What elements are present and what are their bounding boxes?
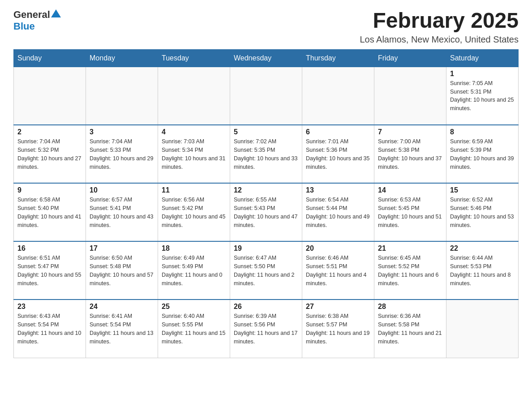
calendar-cell: 10Sunrise: 6:57 AMSunset: 5:41 PMDayligh… [86, 183, 158, 241]
header-row: SundayMondayTuesdayWednesdayThursdayFrid… [14, 49, 519, 67]
day-number: 15 [450, 186, 515, 194]
calendar-cell: 20Sunrise: 6:46 AMSunset: 5:51 PMDayligh… [302, 241, 374, 300]
day-number: 12 [234, 186, 298, 194]
calendar-week-3: 9Sunrise: 6:58 AMSunset: 5:40 PMDaylight… [14, 183, 519, 241]
logo-general: General [13, 9, 50, 21]
day-header-saturday: Saturday [446, 49, 519, 67]
day-header-sunday: Sunday [14, 49, 86, 67]
calendar-week-4: 16Sunrise: 6:51 AMSunset: 5:47 PMDayligh… [14, 241, 519, 300]
calendar-cell: 11Sunrise: 6:56 AMSunset: 5:42 PMDayligh… [158, 183, 230, 241]
calendar-cell: 6Sunrise: 7:01 AMSunset: 5:36 PMDaylight… [302, 125, 374, 183]
calendar-cell: 15Sunrise: 6:52 AMSunset: 5:46 PMDayligh… [446, 183, 519, 241]
day-info: Sunrise: 6:55 AMSunset: 5:43 PMDaylight:… [234, 197, 297, 228]
day-info: Sunrise: 6:59 AMSunset: 5:39 PMDaylight:… [450, 138, 514, 170]
svg-marker-0 [51, 9, 61, 17]
calendar-cell: 17Sunrise: 6:50 AMSunset: 5:48 PMDayligh… [86, 241, 158, 300]
day-number: 5 [234, 128, 298, 136]
day-number: 28 [378, 303, 442, 311]
day-number: 27 [306, 303, 370, 311]
calendar-cell: 23Sunrise: 6:43 AMSunset: 5:54 PMDayligh… [14, 300, 86, 358]
day-info: Sunrise: 6:50 AMSunset: 5:48 PMDaylight:… [90, 255, 153, 286]
logo-triangle-icon [51, 9, 61, 17]
page-header: General Blue February 2025 Los Alamos, N… [13, 9, 519, 45]
calendar-cell: 16Sunrise: 6:51 AMSunset: 5:47 PMDayligh… [14, 241, 86, 300]
day-info: Sunrise: 6:47 AMSunset: 5:50 PMDaylight:… [234, 255, 295, 286]
day-number: 25 [162, 303, 226, 311]
day-info: Sunrise: 7:02 AMSunset: 5:35 PMDaylight:… [234, 138, 297, 170]
day-info: Sunrise: 6:46 AMSunset: 5:51 PMDaylight:… [306, 255, 367, 286]
day-number: 8 [450, 128, 515, 136]
calendar-cell [446, 300, 519, 358]
calendar-cell [230, 67, 302, 125]
day-number: 24 [90, 303, 154, 311]
day-number: 16 [17, 244, 82, 253]
day-number: 9 [17, 186, 82, 194]
day-info: Sunrise: 6:52 AMSunset: 5:46 PMDaylight:… [450, 197, 514, 228]
calendar-table: SundayMondayTuesdayWednesdayThursdayFrid… [13, 49, 519, 358]
calendar-cell [158, 67, 230, 125]
day-header-tuesday: Tuesday [158, 49, 230, 67]
day-number: 3 [90, 128, 154, 136]
calendar-cell: 9Sunrise: 6:58 AMSunset: 5:40 PMDaylight… [14, 183, 86, 241]
calendar-cell: 14Sunrise: 6:53 AMSunset: 5:45 PMDayligh… [374, 183, 446, 241]
calendar-cell [86, 67, 158, 125]
calendar-cell: 3Sunrise: 7:04 AMSunset: 5:33 PMDaylight… [86, 125, 158, 183]
day-info: Sunrise: 6:39 AMSunset: 5:56 PMDaylight:… [234, 313, 297, 344]
calendar-week-5: 23Sunrise: 6:43 AMSunset: 5:54 PMDayligh… [14, 300, 519, 358]
day-number: 21 [378, 244, 442, 253]
location-title: Los Alamos, New Mexico, United States [360, 34, 519, 45]
day-number: 2 [17, 128, 82, 136]
day-header-friday: Friday [374, 49, 446, 67]
logo-blue: Blue [13, 21, 35, 32]
day-number: 7 [378, 128, 442, 136]
calendar-cell: 4Sunrise: 7:03 AMSunset: 5:34 PMDaylight… [158, 125, 230, 183]
day-number: 22 [450, 244, 515, 253]
calendar-cell [302, 67, 374, 125]
day-number: 6 [306, 128, 370, 136]
day-number: 14 [378, 186, 442, 194]
day-info: Sunrise: 6:51 AMSunset: 5:47 PMDaylight:… [17, 255, 81, 286]
calendar-cell: 7Sunrise: 7:00 AMSunset: 5:38 PMDaylight… [374, 125, 446, 183]
calendar-header: SundayMondayTuesdayWednesdayThursdayFrid… [14, 49, 519, 67]
calendar-week-2: 2Sunrise: 7:04 AMSunset: 5:32 PMDaylight… [14, 125, 519, 183]
month-title: February 2025 [360, 9, 519, 33]
day-info: Sunrise: 6:58 AMSunset: 5:40 PMDaylight:… [17, 197, 81, 228]
calendar-cell: 13Sunrise: 6:54 AMSunset: 5:44 PMDayligh… [302, 183, 374, 241]
calendar-cell [374, 67, 446, 125]
day-info: Sunrise: 7:04 AMSunset: 5:33 PMDaylight:… [90, 138, 153, 170]
day-info: Sunrise: 7:03 AMSunset: 5:34 PMDaylight:… [162, 138, 225, 170]
calendar-body: 1Sunrise: 7:05 AMSunset: 5:31 PMDaylight… [14, 67, 519, 358]
calendar-cell: 2Sunrise: 7:04 AMSunset: 5:32 PMDaylight… [14, 125, 86, 183]
day-number: 4 [162, 128, 226, 136]
day-info: Sunrise: 6:41 AMSunset: 5:54 PMDaylight:… [90, 313, 153, 344]
calendar-cell: 22Sunrise: 6:44 AMSunset: 5:53 PMDayligh… [446, 241, 519, 300]
logo: General Blue [13, 9, 61, 32]
day-info: Sunrise: 6:40 AMSunset: 5:55 PMDaylight:… [162, 313, 225, 344]
day-info: Sunrise: 6:44 AMSunset: 5:53 PMDaylight:… [450, 255, 511, 286]
day-header-wednesday: Wednesday [230, 49, 302, 67]
day-number: 19 [234, 244, 298, 253]
day-number: 10 [90, 186, 154, 194]
day-info: Sunrise: 7:01 AMSunset: 5:36 PMDaylight:… [306, 138, 369, 170]
day-info: Sunrise: 6:53 AMSunset: 5:45 PMDaylight:… [378, 197, 442, 228]
calendar-cell: 5Sunrise: 7:02 AMSunset: 5:35 PMDaylight… [230, 125, 302, 183]
day-info: Sunrise: 6:57 AMSunset: 5:41 PMDaylight:… [90, 197, 153, 228]
day-info: Sunrise: 6:49 AMSunset: 5:49 PMDaylight:… [162, 255, 223, 286]
day-number: 20 [306, 244, 370, 253]
calendar-cell [14, 67, 86, 125]
day-header-monday: Monday [86, 49, 158, 67]
calendar-cell: 21Sunrise: 6:45 AMSunset: 5:52 PMDayligh… [374, 241, 446, 300]
day-number: 11 [162, 186, 226, 194]
day-number: 26 [234, 303, 298, 311]
calendar-cell: 26Sunrise: 6:39 AMSunset: 5:56 PMDayligh… [230, 300, 302, 358]
day-info: Sunrise: 6:38 AMSunset: 5:57 PMDaylight:… [306, 313, 369, 344]
calendar-cell: 28Sunrise: 6:36 AMSunset: 5:58 PMDayligh… [374, 300, 446, 358]
day-number: 1 [450, 70, 515, 78]
day-info: Sunrise: 6:56 AMSunset: 5:42 PMDaylight:… [162, 197, 225, 228]
day-info: Sunrise: 7:00 AMSunset: 5:38 PMDaylight:… [378, 138, 442, 170]
day-info: Sunrise: 6:45 AMSunset: 5:52 PMDaylight:… [378, 255, 439, 286]
calendar-cell: 1Sunrise: 7:05 AMSunset: 5:31 PMDaylight… [446, 67, 519, 125]
calendar-cell: 18Sunrise: 6:49 AMSunset: 5:49 PMDayligh… [158, 241, 230, 300]
day-info: Sunrise: 6:36 AMSunset: 5:58 PMDaylight:… [378, 313, 442, 344]
day-number: 23 [17, 303, 82, 311]
